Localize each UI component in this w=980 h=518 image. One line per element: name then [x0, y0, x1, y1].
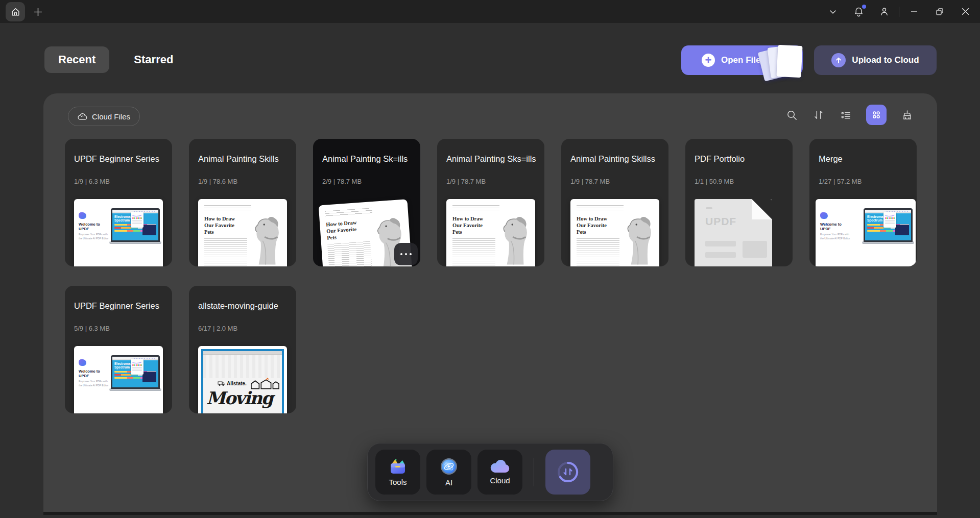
file-card-hovered[interactable]: Animal Painting Sk=ills 2/9 | 78.7 MB Ho…: [313, 139, 420, 266]
file-thumbnail: UPDF: [695, 199, 772, 266]
sync-progress-icon: [556, 460, 580, 484]
dog-sketch-illustration: [252, 211, 283, 266]
titlebar: [0, 0, 980, 23]
sort-icon: [813, 109, 824, 120]
more-options-button[interactable]: [394, 243, 418, 265]
home-icon: [11, 7, 20, 17]
dock-cloud-label: Cloud: [490, 476, 510, 485]
file-title: Animal Painting Skillss: [570, 154, 662, 164]
dog-sketch-illustration: [624, 211, 656, 266]
clean-icon: [901, 109, 913, 121]
files-panel: Cloud Files: [43, 93, 937, 515]
upload-to-cloud-button[interactable]: Upload to Cloud: [814, 45, 937, 75]
file-card[interactable]: UPDF Beginner Series 5/9 | 6.3 MB Welcom…: [65, 286, 172, 413]
list-view-icon: [840, 109, 852, 121]
file-meta: 1/27 | 57.2 MB: [819, 178, 862, 185]
file-card[interactable]: PDF Portfolio 1/1 | 50.9 MB UPDF: [685, 139, 793, 266]
ai-icon: [440, 457, 458, 476]
dock-cloud-button[interactable]: Cloud: [477, 450, 522, 495]
laptop-illustration: Electromagnetic Spectrum: [109, 355, 161, 391]
notification-dot: [862, 5, 866, 9]
file-card[interactable]: allstate-moving-guide 6/17 | 2.0 MB Alls…: [189, 286, 296, 413]
file-thumbnail: Welcome to UPDF Empower Your PDFs with t…: [74, 199, 163, 266]
minimize-icon: [910, 7, 919, 16]
updf-logo: [79, 359, 86, 366]
notifications-button[interactable]: [846, 0, 871, 23]
close-button[interactable]: [952, 0, 978, 23]
bell-icon: [853, 6, 864, 17]
restore-icon: [935, 7, 944, 16]
file-thumbnail: Welcome to UPDF Empower Your PDFs with t…: [816, 199, 916, 266]
file-thumbnail: How to Draw Our Favorite Pets: [446, 199, 535, 266]
file-meta: 6/17 | 2.0 MB: [198, 325, 237, 332]
laptop-illustration: Electromagnetic Spectrum: [862, 208, 914, 244]
file-grid: UPDF Beginner Series 1/9 | 6.3 MB Welcom…: [65, 139, 923, 413]
file-card[interactable]: Merge 1/27 | 57.2 MB Welcome to UPDF Emp…: [809, 139, 917, 266]
window-bottom-edge: [43, 512, 937, 515]
file-meta: 2/9 | 78.7 MB: [322, 178, 362, 185]
updf-watermark: UPDF: [705, 215, 736, 228]
cloud-icon: [78, 113, 87, 120]
panel-toolbar: [785, 105, 914, 125]
dock-ai-button[interactable]: AI: [426, 450, 471, 495]
home-tab-button[interactable]: [6, 2, 25, 21]
file-title: UPDF Beginner Series: [74, 154, 166, 164]
list-view-button[interactable]: [839, 108, 852, 121]
file-meta: 5/9 | 6.3 MB: [74, 325, 110, 332]
tab-dropdown-button[interactable]: [820, 0, 846, 23]
allstate-brand: Allstate.: [218, 381, 247, 386]
grid-view-button[interactable]: [866, 105, 887, 125]
minimize-button[interactable]: [901, 0, 927, 23]
file-title: Animal Painting Skills: [198, 154, 290, 164]
titlebar-separator: [899, 7, 899, 17]
upload-label: Upload to Cloud: [852, 55, 919, 65]
updf-logo: [820, 212, 828, 219]
file-thumbnail: Welcome to UPDF Empower Your PDFs with t…: [74, 346, 163, 413]
cloud-icon: [490, 459, 510, 474]
file-title: Merge: [819, 154, 911, 164]
open-file-button[interactable]: + Open File: [681, 45, 803, 75]
toolbox-icon: [389, 458, 407, 475]
file-thumbnail: Allstate. Moving: [198, 346, 287, 413]
dock-tools-button[interactable]: Tools: [375, 450, 420, 495]
clean-records-button[interactable]: [900, 108, 914, 121]
file-title: UPDF Beginner Series: [74, 301, 166, 311]
close-icon: [961, 7, 970, 16]
cloud-files-label: Cloud Files: [92, 112, 130, 121]
search-button[interactable]: [785, 108, 798, 121]
file-meta: 1/9 | 78.6 MB: [198, 178, 237, 185]
file-card[interactable]: Animal Painting Sks=ills 1/9 | 78.7 MB H…: [437, 139, 544, 266]
restore-button[interactable]: [927, 0, 952, 23]
laptop-illustration: Electromagnetic Spectrum: [109, 208, 161, 244]
sort-button[interactable]: [812, 108, 825, 121]
moving-title: Moving: [206, 388, 272, 408]
file-title: PDF Portfolio: [695, 154, 786, 164]
file-title: allstate-moving-guide: [198, 301, 290, 311]
file-thumbnail: How to Draw Our Favorite Pets: [570, 199, 659, 266]
dock-ai-label: AI: [445, 478, 452, 487]
file-title: Animal Painting Sks=ills: [446, 154, 538, 164]
dock-separator: [534, 458, 534, 486]
file-card[interactable]: UPDF Beginner Series 1/9 | 6.3 MB Welcom…: [65, 139, 172, 266]
tab-starred[interactable]: Starred: [134, 53, 173, 66]
file-meta: 1/9 | 78.7 MB: [446, 178, 486, 185]
plus-icon: [34, 8, 42, 16]
dog-sketch-illustration: [500, 211, 532, 266]
file-meta: 1/9 | 78.7 MB: [570, 178, 610, 185]
tab-recent[interactable]: Recent: [44, 46, 109, 73]
file-meta: 1/1 | 50.9 MB: [695, 178, 734, 185]
file-card[interactable]: Animal Painting Skillss 1/9 | 78.7 MB Ho…: [561, 139, 668, 266]
file-card[interactable]: Animal Painting Skills 1/9 | 78.6 MB How…: [189, 139, 296, 266]
user-icon: [879, 6, 890, 17]
view-tabs: Recent Starred: [44, 45, 173, 74]
dock-tools-label: Tools: [389, 478, 407, 486]
new-tab-button[interactable]: [32, 6, 44, 18]
dock-sync-button[interactable]: [545, 450, 590, 495]
updf-home-window: Recent Starred + Open File Upload to Clo…: [0, 0, 980, 518]
file-thumbnail: How to Draw Our Favorite Pets: [198, 199, 287, 266]
account-button[interactable]: [871, 0, 897, 23]
upload-arrow-icon: [831, 53, 846, 67]
plus-circle-icon: +: [702, 54, 715, 67]
cloud-files-button[interactable]: Cloud Files: [68, 107, 140, 126]
documents-illustration: [757, 45, 802, 77]
